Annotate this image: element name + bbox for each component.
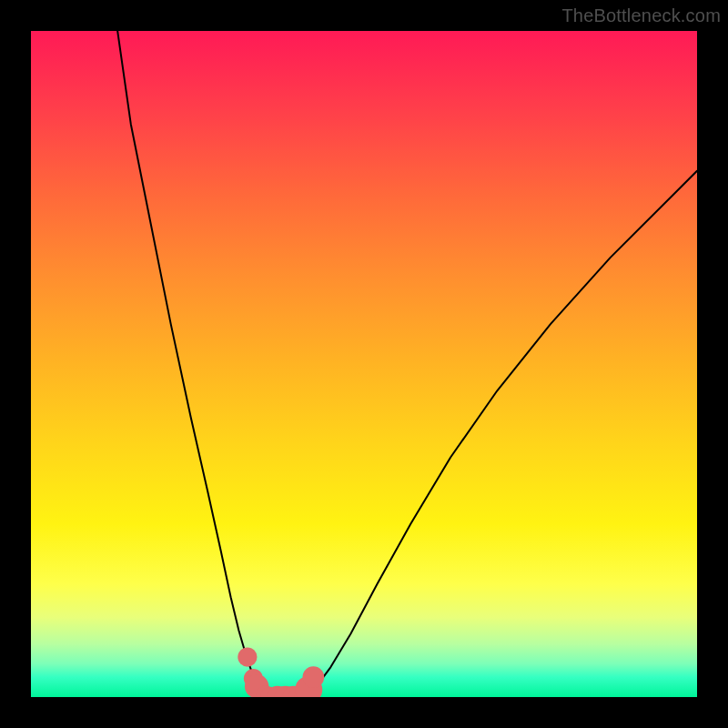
points-layer	[238, 647, 324, 697]
watermark-text: TheBottleneck.com	[561, 5, 721, 26]
sample-point	[303, 666, 325, 688]
plot-area	[31, 31, 697, 697]
chart-svg	[31, 31, 697, 697]
bottleneck-curve	[117, 31, 697, 697]
chart-frame: TheBottleneck.com	[0, 0, 728, 728]
sample-point	[238, 647, 257, 666]
curve-layer	[117, 31, 697, 697]
